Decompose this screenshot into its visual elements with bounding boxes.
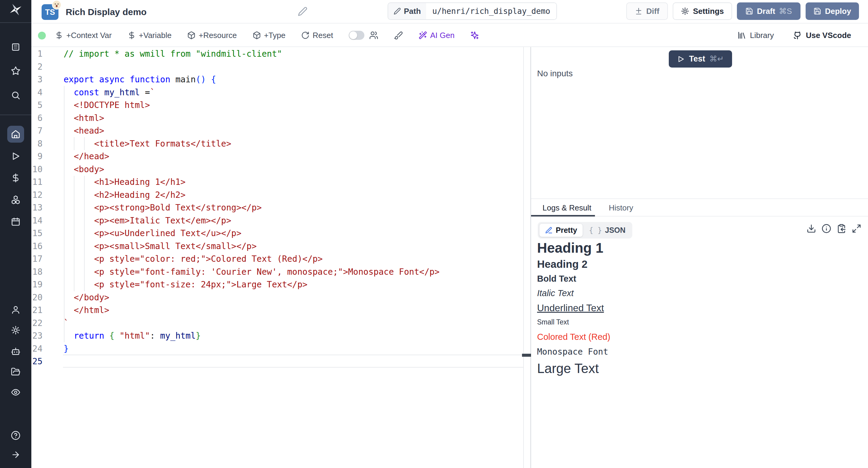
sidebar-item-help[interactable] xyxy=(11,431,21,440)
collaboration-toggle[interactable] xyxy=(349,31,364,40)
code-text: <p><em>Italic Text</em></p> xyxy=(64,214,231,227)
code-line[interactable]: 18 <p style="font-family: 'Courier New',… xyxy=(31,266,523,279)
sidebar xyxy=(0,0,31,468)
pretty-view-button[interactable]: Pretty xyxy=(539,224,583,237)
path-field[interactable]: Path u/henri/rich_display_demo xyxy=(388,2,557,20)
draft-button-label: Draft xyxy=(757,7,775,16)
path-value[interactable]: u/henri/rich_display_demo xyxy=(426,3,556,19)
download-icon[interactable] xyxy=(807,224,816,233)
sidebar-divider xyxy=(0,22,31,23)
code-line[interactable]: 3export async function main() { xyxy=(31,73,523,86)
path-label-section[interactable]: Path xyxy=(388,3,426,19)
code-line[interactable]: 24} xyxy=(31,343,523,355)
draft-button[interactable]: Draft ⌘S xyxy=(737,2,801,20)
sidebar-item-audit-logs[interactable] xyxy=(11,387,21,397)
reset-button[interactable]: Reset xyxy=(301,31,333,40)
format-brush-icon[interactable] xyxy=(394,31,403,40)
result-line-mono: Monospace Font xyxy=(537,346,860,358)
users-icon[interactable] xyxy=(369,31,378,40)
info-icon[interactable] xyxy=(822,224,831,233)
line-number: 15 xyxy=(31,227,64,240)
sidebar-item-settings[interactable] xyxy=(11,325,21,335)
code-editor[interactable]: 1// import * as wmill from "windmill-cli… xyxy=(31,47,523,468)
line-number: 17 xyxy=(31,253,64,266)
sidebar-item-variables[interactable] xyxy=(11,173,21,183)
windmill-logo-icon[interactable] xyxy=(8,2,23,17)
line-number: 7 xyxy=(31,124,64,138)
diff-button[interactable]: Diff xyxy=(626,2,668,20)
line-number: 21 xyxy=(31,304,64,317)
draft-shortcut: ⌘S xyxy=(779,7,792,16)
tab-history[interactable]: History xyxy=(609,203,633,213)
code-line[interactable]: 16 <p><small>Small Text</small></p> xyxy=(31,240,523,253)
code-line[interactable]: 22` xyxy=(31,317,523,330)
code-line[interactable]: 23 return { "html": my_html} xyxy=(31,330,523,343)
line-number: 6 xyxy=(31,112,64,125)
test-shortcut: ⌘↵ xyxy=(710,54,724,64)
sidebar-item-schedules[interactable] xyxy=(11,217,21,227)
code-text: <h2>Heading 2</h2> xyxy=(64,189,186,202)
ai-gen-button[interactable]: AI Gen xyxy=(418,31,455,40)
code-text: export async function main() { xyxy=(64,73,216,86)
code-line[interactable]: 20 </body> xyxy=(31,291,523,304)
code-text: <h1>Heading 1</h1> xyxy=(64,176,186,189)
code-line[interactable]: 6 <html> xyxy=(31,112,523,125)
copy-clipboard-icon[interactable] xyxy=(837,224,846,233)
sidebar-item-workers[interactable] xyxy=(11,347,21,356)
script-title: Rich Display demo xyxy=(66,7,147,17)
code-line[interactable]: 9 </head> xyxy=(31,150,523,163)
code-line[interactable]: 2 xyxy=(31,61,523,74)
toolbar-right: Library Use VScode xyxy=(737,24,851,47)
code-line[interactable]: 13 <p><strong>Bold Text</strong></p> xyxy=(31,201,523,214)
json-view-button[interactable]: { } JSON xyxy=(584,224,631,237)
code-lines[interactable]: 1// import * as wmill from "windmill-cli… xyxy=(31,48,523,368)
result-tabs: Logs & Result History xyxy=(531,199,868,216)
braces-icon: { } xyxy=(589,226,602,235)
active-tab-underline xyxy=(531,215,595,216)
test-button[interactable]: Test ⌘↵ xyxy=(669,50,732,67)
sidebar-item-resources[interactable] xyxy=(11,195,21,205)
library-button[interactable]: Library xyxy=(737,31,774,40)
deploy-button[interactable]: Deploy xyxy=(806,2,859,20)
add-type-label: +Type xyxy=(264,31,286,40)
code-line[interactable]: 19 <p style="font-size: 24px;">Large Tex… xyxy=(31,278,523,291)
sidebar-item-folders[interactable] xyxy=(11,367,21,377)
sidebar-item-runs[interactable] xyxy=(11,151,21,161)
pretty-label: Pretty xyxy=(556,226,577,235)
add-resource-button[interactable]: +Resource xyxy=(187,31,237,40)
code-line[interactable]: 7 <head> xyxy=(31,124,523,138)
script-emoji-avatar-icon xyxy=(52,0,61,10)
code-line[interactable]: 10 <body> xyxy=(31,163,523,176)
code-line[interactable]: 15 <p><u>Underlined Text</u></p> xyxy=(31,227,523,240)
settings-button[interactable]: Settings xyxy=(673,2,732,20)
view-mode-toggle: Pretty { } JSON xyxy=(538,222,632,238)
sparkles-icon[interactable] xyxy=(470,31,479,40)
expand-icon[interactable] xyxy=(852,224,861,233)
edit-summary-pencil-icon[interactable] xyxy=(298,7,307,16)
add-type-button[interactable]: +Type xyxy=(253,31,286,40)
code-line[interactable]: 5 <!DOCTYPE html> xyxy=(31,99,523,112)
splitter-drag-handle[interactable] xyxy=(522,354,531,357)
sidebar-item-favorites[interactable] xyxy=(11,66,21,76)
add-variable-button[interactable]: +Variable xyxy=(127,31,172,40)
code-line[interactable]: 11 <h1>Heading 1</h1> xyxy=(31,176,523,189)
use-vscode-button[interactable]: Use VScode xyxy=(793,30,851,40)
sidebar-divider xyxy=(0,115,31,115)
code-line[interactable]: 14 <p><em>Italic Text</em></p> xyxy=(31,214,523,227)
code-line[interactable]: 17 <p style="color: red;">Colored Text (… xyxy=(31,253,523,266)
code-line[interactable]: 8 <title>Text Formats</title> xyxy=(31,138,523,150)
add-context-var-button[interactable]: +Context Var xyxy=(55,31,112,40)
code-line[interactable]: 1// import * as wmill from "windmill-cli… xyxy=(31,48,523,61)
sidebar-item-workspace[interactable] xyxy=(11,42,21,52)
line-number: 20 xyxy=(31,291,64,304)
code-line[interactable]: 4 const my_html =` xyxy=(31,86,523,99)
sidebar-item-home[interactable] xyxy=(11,129,21,139)
ai-gen-label: AI Gen xyxy=(430,31,455,40)
code-line[interactable]: 21 </html> xyxy=(31,304,523,317)
gear-icon xyxy=(681,7,689,16)
tab-logs-and-result[interactable]: Logs & Result xyxy=(542,203,591,213)
code-line[interactable]: 12 <h2>Heading 2</h2> xyxy=(31,189,523,202)
sidebar-collapse-button[interactable] xyxy=(11,450,21,460)
sidebar-item-user[interactable] xyxy=(11,305,21,315)
sidebar-item-search[interactable] xyxy=(11,90,21,100)
